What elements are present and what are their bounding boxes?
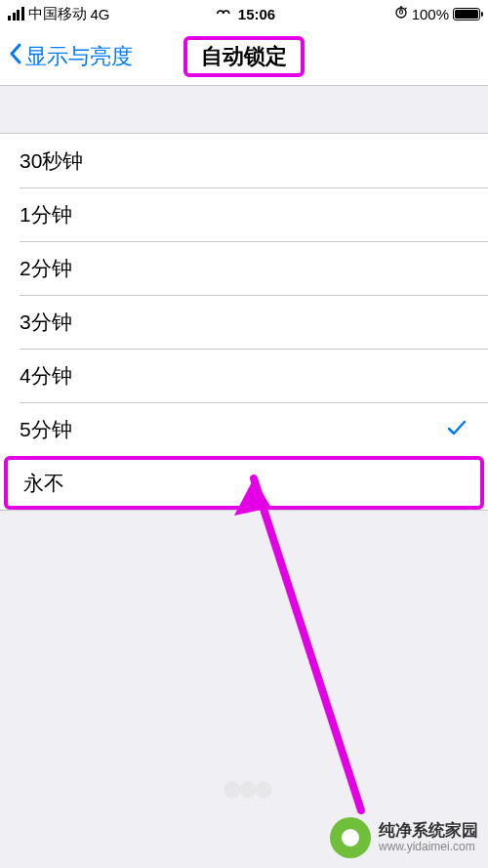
page-title: 自动锁定: [183, 36, 305, 77]
status-right: 100%: [394, 6, 480, 22]
checkmark-icon: [445, 416, 468, 444]
option-label: 4分钟: [20, 362, 72, 390]
option-row[interactable]: 5分钟: [20, 402, 488, 456]
battery-icon: [453, 8, 480, 21]
watermark-logo: [330, 817, 371, 858]
status-bar: 中国移动 4G 15:06 100%: [0, 0, 488, 27]
options-list: 30秒钟1分钟2分钟3分钟4分钟5分钟永不: [0, 133, 488, 511]
option-row[interactable]: 3分钟: [20, 295, 488, 349]
status-left: 中国移动 4G: [8, 5, 110, 23]
option-label: 3分钟: [20, 309, 72, 336]
status-center: 15:06: [213, 6, 275, 22]
signal-icon: [8, 7, 24, 21]
back-label: 显示与亮度: [25, 42, 133, 71]
orientation-lock-icon: [394, 6, 408, 22]
watermark: 纯净系统家园 www.yidaimei.com: [330, 817, 478, 858]
time-label: 15:06: [238, 6, 275, 22]
annotation-arrow: [224, 459, 381, 830]
carrier-label: 中国移动: [28, 5, 87, 23]
option-row[interactable]: 2分钟: [20, 241, 488, 295]
option-row[interactable]: 4分钟: [20, 349, 488, 402]
nav-title-wrap: 自动锁定: [183, 36, 305, 77]
faint-watermark: ●●●: [221, 765, 267, 809]
svg-line-2: [254, 478, 361, 810]
battery-pct: 100%: [412, 6, 449, 22]
option-label: 30秒钟: [20, 147, 83, 175]
option-label: 1分钟: [20, 201, 72, 228]
option-row[interactable]: 30秒钟: [0, 134, 488, 187]
svg-rect-1: [399, 11, 402, 14]
option-label: 2分钟: [20, 255, 72, 282]
watermark-title: 纯净系统家园: [379, 822, 478, 841]
chevron-left-icon: [8, 42, 23, 71]
watermark-url: www.yidaimei.com: [379, 841, 478, 853]
option-row[interactable]: 永不: [4, 456, 484, 510]
network-label: 4G: [91, 6, 110, 22]
nav-bar: 显示与亮度 自动锁定: [0, 27, 488, 86]
option-label: 5分钟: [20, 416, 72, 443]
option-row[interactable]: 1分钟: [20, 187, 488, 241]
hotspot-icon: [213, 6, 232, 22]
option-label: 永不: [23, 470, 64, 497]
back-button[interactable]: 显示与亮度: [0, 42, 141, 71]
